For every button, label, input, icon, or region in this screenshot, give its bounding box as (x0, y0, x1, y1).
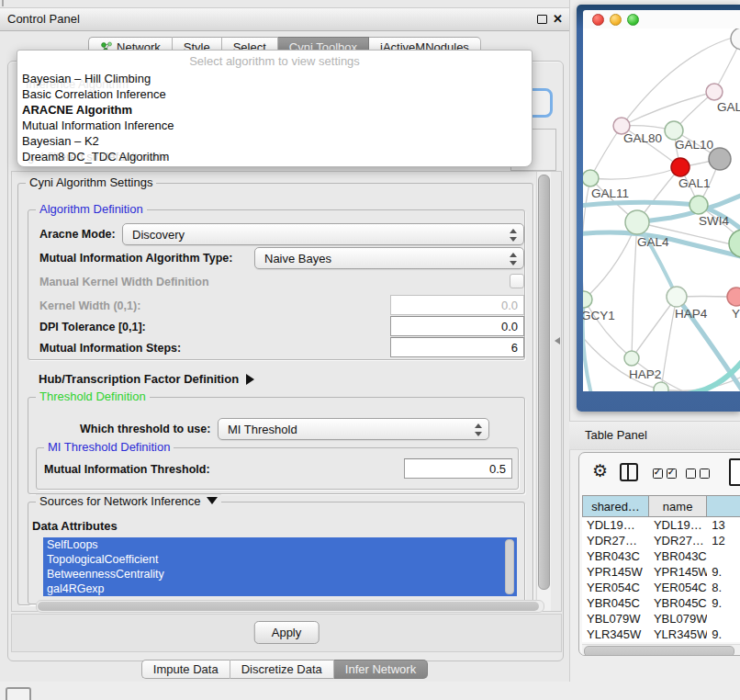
table-row[interactable]: YDR27…YDR27…12 (582, 533, 740, 548)
hub-definition-expander[interactable]: Hub/Transcription Factor Definition (39, 372, 254, 386)
column-header[interactable]: name (649, 495, 707, 517)
float-window-icon[interactable] (537, 15, 547, 24)
algorithm-option[interactable]: ARACNE Algorithm (22, 102, 527, 118)
algorithm-option[interactable]: Mutual Information Inference (22, 118, 527, 133)
network-node-gal[interactable] (706, 84, 723, 100)
table-cell[interactable]: 9. (707, 627, 740, 642)
table-cell[interactable] (707, 548, 740, 564)
table-row[interactable]: YBL079WYBL079W (582, 611, 740, 627)
bottom-tab-infer-network[interactable]: Infer Network (334, 660, 428, 679)
control-panel-titlebar: Control Panel (0, 7, 569, 31)
table-row[interactable]: YBR045CYBR045C9. (582, 595, 740, 611)
table-cell[interactable]: 13 (707, 517, 740, 533)
network-edge[interactable] (590, 167, 680, 179)
attribute-list-item[interactable]: SelfLoops (43, 537, 517, 552)
network-node-gal1[interactable] (671, 158, 690, 176)
network-edge[interactable] (637, 222, 677, 297)
settings-hscrollbar-thumb[interactable] (38, 602, 539, 611)
table-cell[interactable]: 9. (707, 564, 740, 580)
network-node-gal10[interactable] (665, 121, 683, 140)
table-cell[interactable]: YBR045C (582, 595, 649, 611)
network-node-gal11[interactable] (583, 170, 599, 186)
table-cell[interactable]: YPR145W (582, 564, 649, 580)
select-all-columns-icon[interactable] (653, 469, 677, 479)
attribute-list-item[interactable]: TopologicalCoefficient (43, 552, 517, 567)
table-cell[interactable]: YBR045C (649, 595, 707, 611)
settings-scrollbar-thumb[interactable] (538, 175, 550, 590)
network-node-y[interactable] (727, 288, 740, 306)
table-cell[interactable]: 8. (707, 580, 740, 595)
network-node-swi4[interactable] (690, 196, 708, 214)
network-node-hap2[interactable] (624, 351, 639, 366)
mi-type-value: Naive Bayes (264, 252, 331, 265)
network-edge[interactable] (632, 297, 677, 358)
table-cell[interactable]: YDR27… (649, 533, 707, 548)
columns-icon[interactable] (620, 463, 638, 481)
table-cell[interactable] (707, 611, 740, 627)
threshold-definition-title: Threshold Definition (36, 390, 150, 403)
mac-zoom-icon[interactable] (627, 14, 639, 26)
network-node-label: GAL1 (678, 176, 711, 190)
dpi-tolerance-input[interactable]: 0.0 (390, 316, 524, 336)
aracne-mode-combo[interactable]: Discovery (122, 223, 524, 245)
gear-icon[interactable] (592, 460, 612, 482)
table-cell[interactable]: YBL079W (649, 611, 707, 627)
which-threshold-combo[interactable]: MI Threshold (218, 418, 489, 440)
minimized-panel-icon[interactable] (6, 687, 31, 700)
mi-steps-input[interactable]: 6 (390, 337, 524, 357)
table-cell[interactable]: YLR345W (649, 627, 707, 642)
table-cell[interactable]: 12 (707, 533, 740, 548)
bottom-tab-discretize-data[interactable]: Discretize Data (230, 660, 334, 679)
network-node-label: Y (732, 307, 740, 321)
which-threshold-label: Which threshold to use: (80, 423, 210, 435)
network-edge[interactable] (677, 354, 740, 391)
splitter-collapse-icon[interactable] (555, 337, 560, 344)
sources-group-title[interactable]: Sources for Network Inference (36, 494, 221, 508)
table-cell[interactable]: YDL19… (649, 517, 707, 533)
table-row[interactable]: YER054CYER054C8. (582, 580, 740, 595)
table-row[interactable]: YLR345WYLR345W9. (582, 627, 740, 642)
table-row[interactable]: YDL19…YDL19…13 (582, 517, 740, 533)
table-cell[interactable]: YPR145W (649, 564, 707, 580)
table-cell[interactable]: YDR27… (582, 533, 649, 548)
column-header[interactable]: shared… (582, 495, 649, 517)
export-table-icon[interactable] (729, 458, 740, 486)
attribute-list-item[interactable]: gal4RGexp (43, 581, 517, 596)
table-cell[interactable]: YDL19… (582, 517, 649, 533)
network-node[interactable] (654, 382, 668, 391)
table-row[interactable]: YPR145WYPR145W9. (582, 564, 740, 580)
mac-close-icon[interactable] (592, 14, 604, 26)
deselect-all-columns-icon[interactable] (686, 469, 710, 479)
network-edge[interactable] (583, 178, 590, 299)
table-hscrollbar[interactable] (582, 644, 740, 656)
table-cell[interactable]: YBL079W (582, 611, 649, 627)
close-icon[interactable] (553, 11, 564, 28)
column-header[interactable] (707, 495, 740, 517)
bottom-tab-impute-data[interactable]: Impute Data (141, 660, 230, 679)
table-cell[interactable]: YER054C (649, 580, 707, 595)
network-node-hap4[interactable] (667, 287, 687, 307)
settings-hscrollbar[interactable] (36, 600, 544, 613)
table-row[interactable]: YBR043CYBR043C (582, 548, 740, 564)
table-cell[interactable]: YBR043C (649, 548, 707, 564)
table-cell[interactable]: YBR043C (582, 548, 649, 564)
mac-minimize-icon[interactable] (610, 14, 622, 26)
algorithm-option[interactable]: Bayesian – K2 (22, 133, 527, 149)
network-edge[interactable] (590, 126, 622, 178)
table-cell[interactable]: 9. (707, 595, 740, 611)
manual-kernel-checkbox[interactable] (510, 274, 524, 288)
kernel-width-input[interactable]: 0.0 (390, 295, 524, 315)
mi-threshold-input[interactable]: 0.5 (404, 458, 512, 479)
table-hscrollbar-thumb[interactable] (584, 646, 734, 656)
apply-button[interactable]: Apply (254, 621, 320, 644)
mi-type-combo[interactable]: Naive Bayes (254, 247, 524, 269)
table-cell[interactable]: YLR345W (582, 627, 649, 642)
network-node[interactable] (731, 28, 740, 50)
network-canvas[interactable]: GALGAL80GAL10GAL1GAL11SWI4GAL4GCY1HAP4YH… (583, 28, 740, 391)
list-scrollbar-thumb[interactable] (505, 539, 514, 594)
network-node-gal4[interactable] (625, 210, 649, 234)
network-view-window[interactable]: GALGAL80GAL10GAL1GAL11SWI4GAL4GCY1HAP4YH… (577, 5, 740, 412)
table-cell[interactable]: YER054C (582, 580, 649, 595)
attribute-list-item[interactable]: BetweennessCentrality (43, 567, 517, 581)
data-attributes-list[interactable]: SelfLoopsTopologicalCoefficientBetweenne… (43, 537, 517, 596)
